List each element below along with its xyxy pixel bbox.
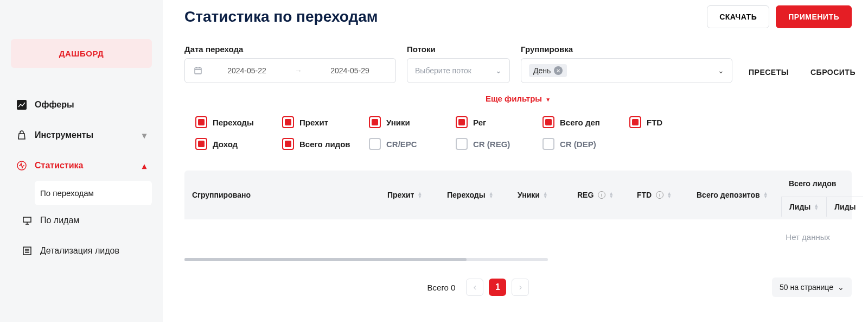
more-filters-toggle[interactable]: Еще фильтры▼	[184, 94, 852, 103]
nav-offers[interactable]: Офферы	[11, 90, 152, 120]
th-clicks[interactable]: Переходы▲▼	[439, 191, 510, 199]
svg-rect-2	[23, 217, 31, 222]
chevron-down-icon: ▾	[142, 130, 146, 141]
pulse-icon	[16, 160, 27, 171]
horizontal-scrollbar[interactable]	[184, 258, 548, 261]
dashboard-button[interactable]: ДАШБОРД	[11, 39, 152, 68]
main-content: Статистика по переходам СКАЧАТЬ ПРИМЕНИТ…	[163, 0, 868, 322]
th-leads-sub1[interactable]: Лиды▲▼	[781, 197, 826, 217]
column-toggles: Переходы Прехит Уники Рег Всего деп FTD …	[184, 116, 852, 160]
streams-select[interactable]: Выберите поток ⌄	[407, 58, 510, 83]
page-prev[interactable]: ‹	[466, 279, 483, 296]
sort-icon: ▲▼	[543, 192, 548, 198]
per-page-select[interactable]: 50 на странице ⌄	[772, 277, 852, 297]
stats-subnav: По переходам	[11, 181, 152, 205]
titlebar: Статистика по переходам СКАЧАТЬ ПРИМЕНИТ…	[184, 5, 852, 28]
group-select[interactable]: День ✕ ⌄	[521, 58, 732, 83]
sort-icon: ▲▼	[417, 192, 422, 198]
table-footer: Всего 0 ‹ 1 › 50 на странице ⌄	[184, 277, 852, 297]
chevron-up-icon: ▴	[142, 161, 146, 171]
subnav-by-leads[interactable]: По лидам	[11, 205, 152, 236]
date-range-input[interactable]: 2024-05-22 → 2024-05-29	[184, 58, 396, 83]
group-value: День	[533, 66, 551, 75]
presets-button[interactable]: ПРЕСЕТЫ	[743, 61, 794, 83]
col-toggle-income[interactable]: Доход	[195, 138, 271, 150]
col-toggle-uniques[interactable]: Уники	[369, 116, 445, 128]
group-label: Группировка	[521, 45, 732, 54]
th-deposits[interactable]: Всего депозитов▲▼	[689, 191, 781, 199]
bag-icon	[16, 130, 27, 141]
chevron-down-icon: ⌄	[718, 66, 724, 75]
download-button[interactable]: СКАЧАТЬ	[707, 5, 769, 28]
no-data-text: Нет данных	[184, 219, 852, 242]
info-icon[interactable]: i	[598, 191, 605, 199]
page-next[interactable]: ›	[512, 279, 529, 296]
nav-label: По лидам	[40, 216, 79, 225]
th-ftd[interactable]: FTDi▲▼	[629, 191, 689, 199]
table-header: Сгруппировано Прехит▲▼ Переходы▲▼ Уники▲…	[184, 171, 852, 219]
th-leads: Всего лидов Лиды▲▼ Лиды	[781, 174, 863, 217]
col-toggle-ftd[interactable]: FTD	[629, 116, 705, 128]
sidebar: ДАШБОРД Офферы Инструменты ▾ Статистика …	[0, 0, 163, 322]
sort-icon: ▲▼	[489, 192, 494, 198]
date-separator: →	[295, 66, 302, 75]
date-from: 2024-05-22	[209, 66, 285, 75]
presentation-icon	[22, 215, 33, 226]
sort-icon: ▲▼	[667, 192, 672, 198]
col-toggle-crepc[interactable]: CR/EPC	[369, 138, 445, 150]
date-label: Дата перехода	[184, 45, 396, 54]
triangle-down-icon: ▼	[545, 97, 551, 103]
col-toggle-leads[interactable]: Всего лидов	[282, 138, 358, 150]
col-toggle-clicks[interactable]: Переходы	[195, 116, 271, 128]
nav-label: Детализация лидов	[40, 246, 119, 256]
col-toggle-dep[interactable]: Всего деп	[542, 116, 618, 128]
th-grouped[interactable]: Сгруппировано	[184, 191, 380, 199]
nav-label: Инструменты	[35, 130, 93, 140]
streams-label: Потоки	[407, 45, 510, 54]
reset-button[interactable]: СБРОСИТЬ	[805, 61, 861, 83]
col-toggle-reg[interactable]: Рег	[456, 116, 532, 128]
page-title: Статистика по переходам	[184, 8, 378, 26]
info-icon[interactable]: i	[656, 191, 663, 199]
calendar-icon	[193, 65, 203, 76]
apply-button[interactable]: ПРИМЕНИТЬ	[776, 5, 852, 28]
chevron-down-icon: ⌄	[838, 283, 844, 292]
th-reg[interactable]: REGi▲▼	[570, 191, 629, 199]
th-uniques[interactable]: Уники▲▼	[510, 191, 570, 199]
sort-icon: ▲▼	[814, 204, 819, 210]
subnav-lead-detail[interactable]: Детализация лидов	[11, 236, 152, 266]
th-leads-sub2[interactable]: Лиды	[826, 197, 863, 217]
total-count: Всего 0	[427, 283, 456, 292]
nav-label: Статистика	[35, 161, 83, 171]
chart-icon	[16, 99, 27, 110]
group-tag[interactable]: День ✕	[529, 64, 567, 77]
svg-rect-4	[195, 68, 201, 74]
col-toggle-crreg[interactable]: CR (REG)	[456, 138, 532, 150]
pagination: Всего 0 ‹ 1 ›	[427, 279, 529, 296]
col-toggle-prehit[interactable]: Прехит	[282, 116, 358, 128]
streams-placeholder: Выберите поток	[415, 66, 471, 75]
close-icon[interactable]: ✕	[554, 66, 563, 75]
sort-icon: ▲▼	[609, 192, 614, 198]
sort-icon: ▲▼	[763, 192, 768, 198]
nav-stats[interactable]: Статистика ▴	[11, 150, 152, 181]
page-current[interactable]: 1	[489, 279, 506, 296]
nav-label: Офферы	[35, 100, 74, 110]
list-icon	[22, 245, 33, 256]
col-toggle-crdep[interactable]: CR (DEP)	[542, 138, 618, 150]
chevron-down-icon: ⌄	[495, 66, 502, 75]
subnav-by-clicks[interactable]: По переходам	[35, 181, 152, 205]
date-to: 2024-05-29	[312, 66, 388, 75]
stats-table: Сгруппировано Прехит▲▼ Переходы▲▼ Уники▲…	[184, 171, 852, 261]
filters-row: Дата перехода 2024-05-22 → 2024-05-29 По…	[184, 45, 852, 83]
nav-tools[interactable]: Инструменты ▾	[11, 120, 152, 150]
th-prehit[interactable]: Прехит▲▼	[380, 191, 439, 199]
